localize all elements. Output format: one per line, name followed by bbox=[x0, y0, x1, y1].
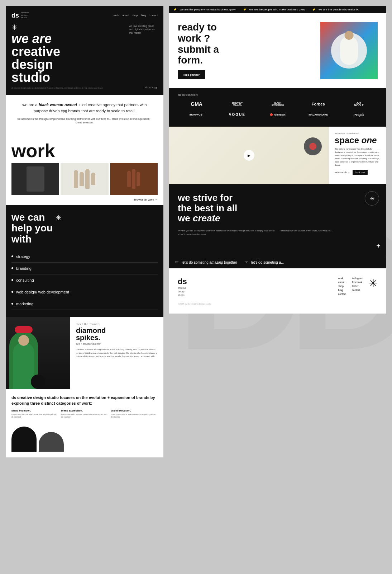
service-dot bbox=[11, 303, 13, 305]
footer-big-asterisk-icon: ✳ bbox=[369, 277, 378, 290]
footer-social-instagram[interactable]: instagram bbox=[352, 277, 363, 279]
chair-oval bbox=[331, 33, 367, 69]
hero-section: ds creativedesignstudio. work about shop… bbox=[6, 6, 163, 95]
amazing-item-1: ☞ let's do someting amazing together bbox=[175, 260, 237, 265]
nav-contact[interactable]: contact bbox=[149, 14, 158, 17]
strategy-label: strategy bbox=[145, 86, 158, 89]
amazing-icon-2: ☞ bbox=[244, 260, 248, 265]
footer-social-contact[interactable]: contact bbox=[352, 289, 363, 291]
space-links: set more info → book now bbox=[335, 170, 381, 175]
service-item-marketing: marketing bbox=[11, 298, 158, 310]
client-madame: MADAMENOIRE bbox=[300, 111, 337, 118]
footer-logo-sub: creativedesignstudio. bbox=[178, 286, 333, 297]
footer-social-twitter[interactable]: twitter bbox=[352, 285, 363, 287]
work-section: work bbox=[6, 138, 163, 205]
footer-logo: ds bbox=[178, 277, 333, 286]
hero-asterisk-icon: ✳ bbox=[11, 23, 18, 32]
founder-role: ceo + creative director bbox=[76, 343, 158, 345]
hero-headline: we are creativedesignstudio bbox=[11, 32, 125, 84]
client-huffpost: iHUFFPOST bbox=[178, 111, 215, 118]
ticker-item-2: ⚡ we are the people who make business gr… bbox=[243, 8, 305, 11]
space-more-info-link[interactable]: set more info → bbox=[335, 170, 350, 175]
work-thumb-2[interactable] bbox=[61, 163, 108, 195]
ready-section: ready towork ?submit aform. let's partne… bbox=[169, 13, 386, 88]
ticker-item-3: ⚡ we are the people who make bu bbox=[312, 8, 359, 11]
logo-ds: ds bbox=[11, 12, 19, 19]
service-dot bbox=[11, 255, 13, 257]
founder-info: meet the founder diamondspikes. ceo + cr… bbox=[70, 317, 163, 389]
footer-copyright: ©2024 by ds creative design studio bbox=[178, 303, 333, 305]
hero-headline-italic: we are bbox=[11, 31, 52, 46]
ticker-bolt-icon-3: ⚡ bbox=[312, 8, 316, 11]
founder-image-area bbox=[6, 317, 70, 389]
person-head bbox=[345, 31, 354, 40]
service-dot bbox=[11, 267, 13, 269]
founder-person-image bbox=[6, 317, 70, 389]
strive-section: ✳ we strive forthe best in allwe create … bbox=[169, 184, 386, 256]
right-column: ⚡ we are the people who make business gr… bbox=[169, 6, 386, 457]
brand-cat-execution-desc: lorem ipsum dolor sit amet consectetur a… bbox=[111, 413, 158, 419]
work-thumb-1[interactable] bbox=[11, 163, 59, 195]
lets-partner-button[interactable]: let's partner bbox=[178, 70, 205, 79]
space-title-one: one bbox=[362, 135, 377, 145]
service-item-consulting: consulting bbox=[11, 274, 158, 286]
service-label-strategy: strategy bbox=[16, 254, 30, 259]
brand-cat-execution-title: brand execution. bbox=[111, 409, 158, 412]
deco-shape-black bbox=[11, 427, 37, 452]
space-label: ds creative content studio bbox=[335, 132, 381, 135]
space-section: ▶ ds creative content studio space one t… bbox=[169, 127, 386, 184]
footer-link-contact[interactable]: contact bbox=[338, 293, 346, 295]
bold-text: black woman owned bbox=[39, 103, 77, 107]
footer-link-shop[interactable]: shop bbox=[338, 285, 346, 287]
footer-link-blog[interactable]: blog bbox=[338, 289, 346, 291]
space-images: ▶ bbox=[169, 127, 329, 184]
ready-text: ready towork ?submit aform. let's partne… bbox=[178, 22, 320, 79]
service-item-branding: branding bbox=[11, 263, 158, 274]
meet-founder-label: meet the founder bbox=[76, 323, 158, 325]
clients-featured-label: clients featured in: bbox=[178, 94, 378, 96]
footer-link-work[interactable]: work bbox=[338, 277, 346, 279]
clients-grid: GMA SHOUTOUTATLANTA BLACKENTERPRISE Forb… bbox=[178, 100, 378, 118]
founder-name: diamondspikes. bbox=[76, 327, 158, 341]
space-title: space one bbox=[335, 136, 381, 145]
client-nicole: JOYNICOLE bbox=[340, 100, 378, 108]
strive-badge: ✳ bbox=[365, 191, 379, 206]
service-item-webdev: web design/ web development bbox=[11, 286, 158, 298]
services-asterisk-icon: ✳ bbox=[56, 213, 62, 222]
hero-bottom-text: ds creative design studio is a digital s… bbox=[11, 87, 125, 89]
services-section: we canhelp youwith ✳ strategy branding c… bbox=[6, 205, 163, 317]
services-header: we canhelp youwith ✳ bbox=[11, 212, 158, 245]
amazing-text-2: let's do someting a... bbox=[251, 260, 284, 264]
service-dot bbox=[11, 279, 13, 281]
nav-shop[interactable]: shop bbox=[132, 14, 138, 17]
client-gma: GMA bbox=[178, 100, 215, 108]
about-section: we are a black woman owned + led creativ… bbox=[6, 95, 163, 138]
nav-links: work about shop blog contact bbox=[114, 14, 158, 17]
amazing-item-2: ☞ let's do someting a... bbox=[244, 260, 284, 265]
service-item-strategy: strategy bbox=[11, 251, 158, 263]
brand-cat-evolution: brand evolution. lorem ipsum dolor sit a… bbox=[11, 409, 58, 419]
hero-content: ✳ we are creativedesignstudio ds creativ… bbox=[11, 23, 158, 89]
client-shoutout: SHOUTOUTATLANTA bbox=[218, 100, 256, 108]
founder-section: meet the founder diamondspikes. ceo + cr… bbox=[6, 317, 163, 389]
ticker-bolt-icon-2: ⚡ bbox=[243, 8, 247, 11]
footer-link-about[interactable]: about bbox=[338, 281, 346, 283]
nav-blog[interactable]: blog bbox=[141, 14, 146, 17]
ticker-bar: ⚡ we are the people who make business gr… bbox=[169, 6, 386, 13]
play-button[interactable]: ▶ bbox=[244, 150, 254, 161]
logo-text-small: creativedesignstudio. bbox=[21, 11, 29, 19]
footer-logo-area: ds creativedesignstudio. ©2024 by ds cre… bbox=[178, 277, 333, 305]
browse-all[interactable]: browse all work → bbox=[11, 198, 158, 201]
left-column: ds creativedesignstudio. work about shop… bbox=[6, 6, 163, 457]
brand-categories: brand evolution. lorem ipsum dolor sit a… bbox=[11, 409, 158, 419]
strive-badge-inner: ✳ bbox=[365, 191, 379, 206]
client-vogue: VOGUE bbox=[218, 111, 256, 118]
space-book-button[interactable]: book now bbox=[353, 170, 368, 175]
work-thumb-3[interactable] bbox=[110, 163, 158, 195]
nav-about[interactable]: about bbox=[122, 14, 129, 17]
about-subtitle: we accomplish this through comprehensive… bbox=[16, 117, 153, 125]
nav-work[interactable]: work bbox=[114, 14, 119, 17]
logo-area: ds creativedesignstudio. bbox=[11, 11, 29, 19]
footer-social-facebook[interactable]: facebook bbox=[352, 281, 363, 283]
work-grid bbox=[11, 163, 158, 195]
